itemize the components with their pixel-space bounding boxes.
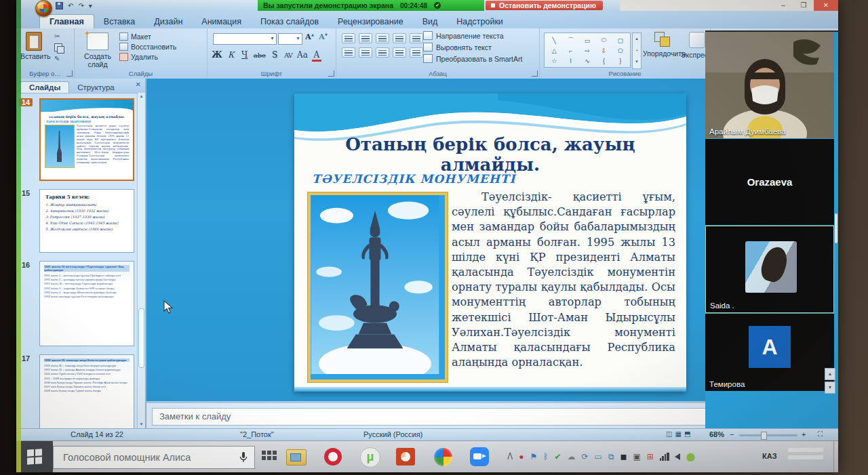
display-icon[interactable]: ▭ <box>595 452 602 461</box>
theme-name[interactable]: "2_Поток" <box>240 430 274 438</box>
opera-browser-icon[interactable] <box>323 447 343 467</box>
chat-tray-icon[interactable]: ▣ <box>633 452 640 461</box>
scrollbar-thumb[interactable] <box>138 308 144 368</box>
underline-button[interactable]: Ч <box>240 50 250 60</box>
tab-outline[interactable]: Структура <box>69 82 123 93</box>
shapes-gallery[interactable]: ╲ ⌒ ▭ ⬭ ▢ △ ⌐ ⇨ ⇩ ⬠ ☆ ⌇ ∿ { } <box>544 33 631 68</box>
tab-animation[interactable]: Анимация <box>192 15 251 28</box>
zoom-level[interactable]: 68% <box>709 430 724 438</box>
close-pane-icon[interactable]: ✕ <box>136 81 141 88</box>
tab-slideshow[interactable]: Показ слайдов <box>251 15 328 28</box>
tab-slides-thumbnails[interactable]: Слайды <box>20 81 69 93</box>
zoom-in-button[interactable]: + <box>802 430 806 438</box>
decrease-indent-button[interactable] <box>376 33 389 43</box>
slide-title[interactable]: Отаның берік болса, жауың алмайды. <box>294 134 686 175</box>
align-right-button[interactable] <box>376 47 389 58</box>
align-text-button[interactable]: Выровнять текст <box>423 43 522 51</box>
shapes-scrollbar[interactable]: ▲▪▼ <box>632 33 642 69</box>
camera-tray-icon[interactable]: ◼ <box>620 452 627 461</box>
office-button[interactable] <box>35 0 52 17</box>
reset-button[interactable]: Восстановить <box>119 43 176 51</box>
delete-slide-button[interactable]: Удалить <box>119 53 176 61</box>
restore-button[interactable]: ❐ <box>793 0 814 11</box>
keyboard-language[interactable]: КАЗ <box>762 452 777 460</box>
slideshow-icon[interactable]: ⬒ <box>684 430 690 438</box>
increase-indent-button[interactable] <box>393 33 406 43</box>
arrange-button[interactable]: Упорядочить <box>643 32 682 58</box>
fit-to-window-button[interactable]: ⛶ <box>818 430 823 438</box>
shape-icon[interactable]: △ <box>552 47 557 54</box>
bold-button[interactable]: Ж <box>212 50 222 60</box>
shape-icon[interactable]: ⌐ <box>569 47 572 54</box>
shape-icon[interactable]: ▢ <box>618 37 624 44</box>
copy-icon[interactable] <box>54 43 62 51</box>
shape-icon[interactable]: ▭ <box>585 37 591 44</box>
zoom-slider-thumb[interactable] <box>761 432 767 440</box>
clipboard-manager-icon[interactable]: ⧉ <box>608 452 614 461</box>
start-button[interactable] <box>16 441 53 472</box>
format-painter-icon[interactable]: ✎ <box>54 55 62 62</box>
defender-icon[interactable]: ✔ <box>554 452 561 461</box>
thumbnail-15[interactable]: 15 Тарихи 5 кезең: 1. Жоңғар шапқыншылығ… <box>39 189 135 253</box>
taskbar-search[interactable]: Голосовой помощник Алиса <box>53 446 255 469</box>
zoom-out-button[interactable]: − <box>730 430 734 438</box>
shape-icon[interactable]: { <box>603 58 605 64</box>
slide-sorter-icon[interactable]: ▦ <box>675 430 681 438</box>
thumbnail-14[interactable]: 14 Отаның берік болса, жауың алмайды. ТӘ… <box>39 98 135 181</box>
monument-image[interactable] <box>308 192 448 382</box>
thumbnail-17[interactable]: 17 1995 жылы 30 тамызда жаңа Конституция… <box>39 354 135 428</box>
font-dialog-launcher[interactable] <box>328 70 334 77</box>
battery-eco-icon[interactable]: ⬤ <box>686 452 695 461</box>
text-direction-button[interactable]: Направление текста <box>423 31 522 40</box>
strikethrough-button[interactable]: abe <box>254 51 266 59</box>
shape-icon[interactable]: ╲ <box>552 37 555 44</box>
minimize-button[interactable]: – <box>773 0 793 11</box>
shape-icon[interactable]: ⇨ <box>585 47 590 54</box>
save-icon[interactable] <box>56 2 63 9</box>
smartart-button[interactable]: Преобразовать в SmartArt <box>423 54 522 63</box>
columns-button[interactable] <box>410 47 423 58</box>
slide-subtitle[interactable]: ТӘУЕЛСІЗДІК МОНУМЕНТІ <box>312 172 515 186</box>
next-slide-button[interactable]: ▼ <box>825 381 835 394</box>
change-case-button[interactable]: Aa <box>297 50 308 60</box>
font-color-button[interactable]: А <box>312 50 321 62</box>
zoom-app-icon[interactable] <box>469 447 490 467</box>
numbering-button[interactable] <box>359 33 372 43</box>
scroll-down-icon[interactable]: ▼ <box>138 421 145 428</box>
shape-icon[interactable]: } <box>619 58 621 64</box>
tray-opera-icon[interactable]: ● <box>519 452 524 461</box>
shape-icon[interactable]: ∿ <box>585 58 590 64</box>
normal-view-icon[interactable]: ◫ <box>666 430 672 438</box>
bullets-button[interactable] <box>342 33 355 43</box>
zoom-slider-track[interactable] <box>739 434 797 436</box>
grow-font-button[interactable]: А <box>305 33 314 41</box>
microphone-icon[interactable] <box>239 451 248 463</box>
tab-addins[interactable]: Надстройки <box>447 15 513 28</box>
font-name-select[interactable]: ▼ <box>213 33 277 45</box>
shape-icon[interactable]: ⌇ <box>569 58 572 64</box>
align-center-button[interactable] <box>359 47 372 58</box>
panel-scrollbar-thumb[interactable] <box>835 213 837 243</box>
line-spacing-button[interactable] <box>410 33 423 43</box>
redo-icon[interactable]: ↷ <box>78 2 83 9</box>
shape-icon[interactable]: ☆ <box>551 58 557 64</box>
shrink-font-button[interactable]: А <box>319 33 328 41</box>
italic-button[interactable]: К <box>226 50 236 60</box>
language-status[interactable]: Русский (Россия) <box>363 430 422 438</box>
clipboard-dialog-launcher[interactable] <box>66 70 73 77</box>
align-left-button[interactable] <box>342 47 355 58</box>
slide-body-text[interactable]: Тәуелсіздік- қасиетті ұғым, сәулелі құбы… <box>452 190 675 386</box>
justify-button[interactable] <box>393 47 406 58</box>
yandex-browser-icon[interactable] <box>433 447 453 467</box>
tab-design[interactable]: Дизайн <box>144 15 192 28</box>
char-spacing-button[interactable]: AV <box>283 51 293 59</box>
pane-scrollbar[interactable]: ▲ ▼ <box>137 93 145 428</box>
video-tile[interactable]: А Темирова <box>705 314 834 391</box>
cut-icon[interactable]: ✂ <box>54 33 62 40</box>
thumbnail-16[interactable]: 16 1991 жылы 16 желтоқсанда «Тәуелсіздік… <box>39 261 135 346</box>
video-tile-active-speaker[interactable]: Saida . <box>705 226 834 313</box>
file-explorer-icon[interactable] <box>286 447 307 467</box>
cloud-icon[interactable]: ☁ <box>568 452 576 461</box>
scroll-up-icon[interactable]: ▲ <box>138 93 145 100</box>
yandex-tray-icon[interactable]: ⊞ <box>647 452 654 461</box>
